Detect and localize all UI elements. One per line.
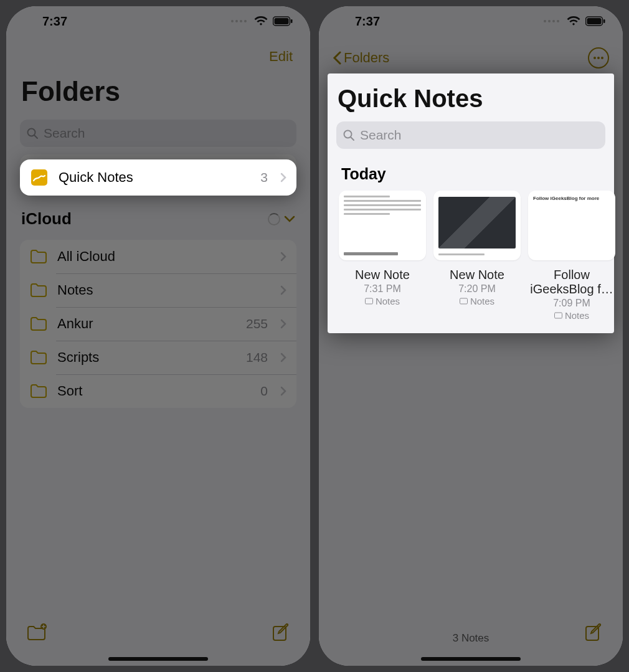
nav-bar: Edit bbox=[6, 36, 310, 71]
chevron-left-icon bbox=[333, 51, 341, 65]
new-folder-button[interactable] bbox=[26, 623, 47, 642]
folder-row[interactable]: All iCloud bbox=[20, 240, 296, 273]
sync-spinner-icon bbox=[268, 213, 280, 225]
folder-label: Notes bbox=[57, 282, 258, 298]
chevron-right-icon bbox=[280, 386, 286, 396]
phone-quick-notes-screen: 7:37 Folders 3 Notes Quick Notes Search … bbox=[319, 6, 623, 666]
note-folder: Notes bbox=[554, 310, 589, 321]
quick-notes-panel: Quick Notes Search Today New Note 7:31 P… bbox=[328, 73, 614, 333]
phone-folders-screen: 7:37 Edit Folders Search iCloud All iClo… bbox=[6, 6, 310, 666]
svg-rect-17 bbox=[365, 298, 372, 304]
folder-label: All iCloud bbox=[57, 248, 258, 265]
svg-point-11 bbox=[594, 57, 596, 59]
search-icon bbox=[343, 129, 355, 141]
svg-rect-19 bbox=[554, 313, 562, 318]
note-title: New Note bbox=[450, 268, 504, 282]
svg-line-16 bbox=[351, 138, 354, 141]
chevron-right-icon bbox=[280, 319, 286, 329]
icloud-section-title: iCloud bbox=[21, 209, 72, 229]
edit-button[interactable]: Edit bbox=[269, 49, 293, 65]
note-card[interactable]: New Note 7:20 PM Notes bbox=[433, 191, 521, 321]
icloud-section-toggle[interactable] bbox=[268, 213, 295, 225]
svg-line-4 bbox=[35, 136, 38, 139]
note-card[interactable]: New Note 7:31 PM Notes bbox=[339, 191, 426, 321]
cellular-dots-icon bbox=[231, 20, 247, 22]
folder-icon bbox=[30, 350, 47, 365]
icloud-folders-list: All iCloud Notes Ankur 255 Scripts 148 S… bbox=[20, 240, 296, 408]
folder-icon bbox=[30, 316, 47, 331]
page-title: Quick Notes bbox=[338, 85, 604, 113]
svg-point-15 bbox=[344, 131, 352, 138]
chevron-down-icon bbox=[284, 215, 295, 223]
today-section-title: Today bbox=[341, 165, 600, 183]
page-title: Folders bbox=[6, 71, 310, 116]
quick-notes-label: Quick Notes bbox=[59, 169, 250, 186]
svg-rect-9 bbox=[587, 18, 602, 24]
folder-row[interactable]: Ankur 255 bbox=[20, 307, 296, 341]
folder-count: 0 bbox=[260, 384, 268, 399]
folder-row[interactable]: Scripts 148 bbox=[20, 341, 296, 374]
folder-row[interactable]: Notes bbox=[20, 273, 296, 307]
status-icons bbox=[231, 16, 293, 26]
note-folder: Notes bbox=[365, 296, 400, 306]
quick-note-icon bbox=[30, 168, 49, 187]
svg-point-3 bbox=[28, 129, 35, 136]
note-time: 7:20 PM bbox=[458, 283, 496, 295]
note-title: New Note bbox=[355, 268, 410, 282]
folder-count: 148 bbox=[246, 350, 268, 365]
note-thumbnail bbox=[433, 191, 521, 260]
note-folder-label: Notes bbox=[470, 296, 494, 306]
folder-icon bbox=[30, 283, 47, 298]
search-input[interactable]: Search bbox=[20, 120, 296, 147]
chevron-right-icon bbox=[280, 173, 286, 182]
folder-small-icon bbox=[365, 298, 373, 305]
folder-label: Scripts bbox=[57, 349, 236, 366]
quick-notes-count: 3 bbox=[260, 170, 268, 185]
compose-button[interactable] bbox=[272, 623, 290, 642]
note-thumb-text: Follow iGeeksBlog for more bbox=[533, 196, 610, 202]
nav-bar: Folders bbox=[319, 36, 623, 73]
status-time: 7:37 bbox=[355, 14, 380, 29]
search-placeholder: Search bbox=[44, 126, 85, 141]
folder-row[interactable]: Sort 0 bbox=[20, 374, 296, 408]
svg-point-13 bbox=[601, 57, 603, 59]
folder-label: Sort bbox=[57, 383, 250, 399]
home-indicator[interactable] bbox=[108, 657, 208, 661]
status-bar: 7:37 bbox=[6, 6, 310, 36]
note-time: 7:09 PM bbox=[553, 298, 590, 309]
back-button[interactable]: Folders bbox=[333, 50, 389, 66]
ellipsis-icon bbox=[593, 56, 604, 60]
note-title: Follow iGeeksBlog f… bbox=[528, 268, 615, 296]
svg-rect-2 bbox=[291, 19, 293, 23]
more-button[interactable] bbox=[588, 47, 609, 69]
search-placeholder: Search bbox=[360, 128, 402, 143]
chevron-right-icon bbox=[280, 252, 286, 262]
icloud-section-header[interactable]: iCloud bbox=[6, 198, 310, 232]
search-icon bbox=[26, 127, 39, 140]
svg-rect-10 bbox=[603, 19, 605, 23]
search-input[interactable]: Search bbox=[336, 121, 605, 149]
chevron-right-icon bbox=[280, 353, 286, 362]
back-label: Folders bbox=[344, 50, 389, 66]
footer-count: 3 Notes bbox=[319, 632, 623, 645]
home-indicator[interactable] bbox=[421, 657, 521, 661]
status-icons bbox=[544, 16, 605, 26]
battery-icon bbox=[585, 16, 605, 26]
note-folder-label: Notes bbox=[565, 310, 589, 321]
folder-small-icon bbox=[554, 312, 562, 319]
note-time: 7:31 PM bbox=[364, 283, 401, 295]
battery-icon bbox=[273, 16, 293, 26]
note-folder-label: Notes bbox=[376, 296, 400, 306]
note-folder: Notes bbox=[460, 296, 494, 306]
folder-icon bbox=[30, 249, 47, 264]
svg-rect-1 bbox=[275, 18, 289, 24]
svg-rect-18 bbox=[460, 298, 467, 304]
quick-notes-row[interactable]: Quick Notes 3 bbox=[20, 159, 296, 196]
cellular-dots-icon bbox=[544, 20, 559, 22]
folder-count: 255 bbox=[246, 316, 268, 331]
note-card[interactable]: Follow iGeeksBlog for more Follow iGeeks… bbox=[528, 191, 615, 321]
note-thumbnail: Follow iGeeksBlog for more bbox=[528, 191, 615, 260]
folder-label: Ankur bbox=[57, 316, 236, 332]
wifi-icon bbox=[254, 16, 268, 26]
chevron-right-icon bbox=[280, 285, 286, 295]
